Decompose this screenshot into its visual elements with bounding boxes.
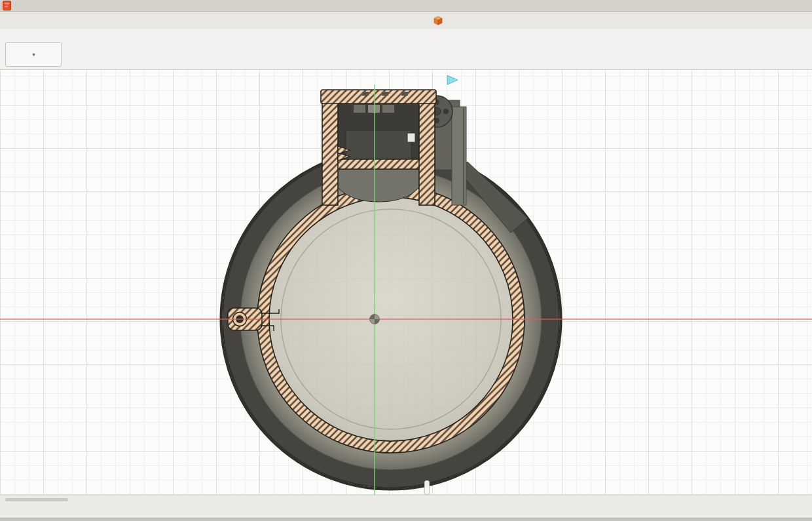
app-document-icon bbox=[3, 1, 11, 10]
ribbon-tab-bar bbox=[0, 29, 812, 41]
viewport-3d[interactable] bbox=[0, 70, 812, 495]
viewport-3d-model[interactable] bbox=[0, 70, 812, 495]
chevron-down-icon: ▾ bbox=[32, 52, 35, 58]
ribbon-toolbar: ▾ bbox=[0, 41, 812, 70]
document-tab[interactable] bbox=[424, 12, 456, 29]
timeline-track[interactable] bbox=[73, 499, 809, 519]
orange-cube-icon bbox=[434, 16, 443, 26]
teal-flag-marker bbox=[447, 75, 458, 85]
motor-housing-section bbox=[321, 90, 436, 205]
viewport-navigation-bar bbox=[424, 480, 430, 495]
construction-dropdown[interactable]: ▾ bbox=[5, 42, 62, 67]
timeline-panel bbox=[0, 495, 812, 521]
title-bar bbox=[0, 0, 812, 12]
origin-marker[interactable] bbox=[370, 315, 380, 324]
window-bottom-edge bbox=[0, 518, 812, 521]
timeline-grip[interactable] bbox=[5, 498, 68, 501]
quick-access-toolbar bbox=[0, 12, 812, 29]
